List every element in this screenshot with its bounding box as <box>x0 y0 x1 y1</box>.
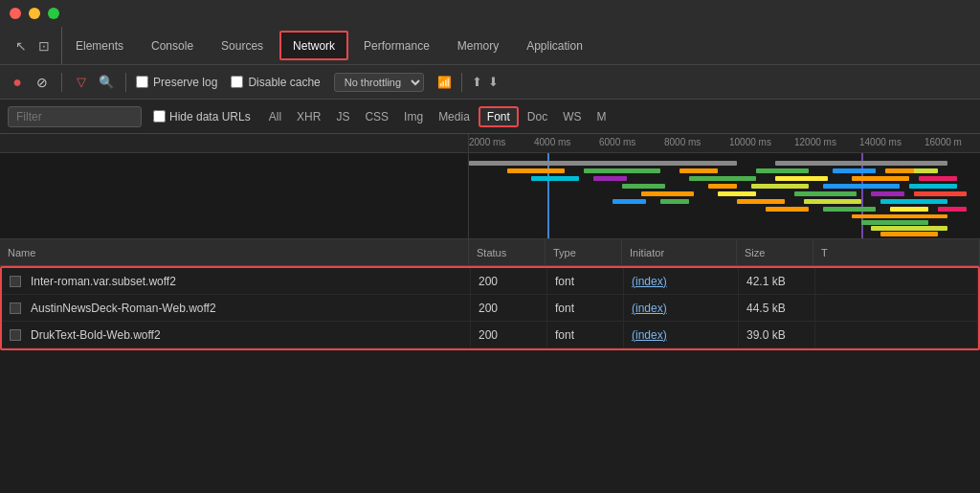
wf-bar-22 <box>641 191 694 196</box>
td-initiator-2[interactable]: (index) <box>624 295 739 321</box>
toolbar: ● ⊘ ▽ 🔍 Preserve log Disable cache No th… <box>0 65 980 100</box>
filter-font[interactable]: Font <box>479 106 519 127</box>
filter-ws[interactable]: WS <box>556 108 588 125</box>
wf-bar-27 <box>660 199 689 204</box>
tab-application[interactable]: Application <box>513 27 597 64</box>
wf-bar-30 <box>880 199 947 204</box>
traffic-light-yellow[interactable] <box>29 8 40 19</box>
td-size-3: 39.0 kB <box>739 322 815 347</box>
filter-bar: Hide data URLs All XHR JS CSS Img Media … <box>0 100 980 134</box>
waterfall-area <box>0 153 980 239</box>
filter-css[interactable]: CSS <box>358 108 395 125</box>
table-row[interactable]: AustinNewsDeck-Roman-Web.woff2 200 font … <box>2 295 978 322</box>
wf-bar-28 <box>737 199 785 204</box>
th-initiator: Initiator <box>622 239 737 265</box>
table-area: Name Status Type Initiator Size T Inter-… <box>0 239 980 350</box>
filter-img[interactable]: Img <box>397 108 430 125</box>
tick-16000: 16000 m <box>924 137 962 147</box>
wf-bar-8 <box>833 168 876 173</box>
tab-network[interactable]: Network <box>279 31 348 60</box>
wf-bar-7 <box>756 168 809 173</box>
wf-bar-32 <box>766 207 809 212</box>
th-type: Type <box>546 239 622 265</box>
tab-elements[interactable]: Elements <box>62 27 138 64</box>
wf-bar-10 <box>885 168 914 173</box>
wf-bar-33 <box>823 207 876 212</box>
download-icon[interactable]: ⬇ <box>488 75 499 89</box>
filter-input[interactable] <box>8 106 142 127</box>
filter-m[interactable]: M <box>590 108 613 125</box>
wf-bar-35 <box>938 207 967 212</box>
waterfall-left-spacer <box>0 153 469 238</box>
record-button[interactable]: ● <box>8 73 27 92</box>
tick-14000: 14000 ms <box>859 137 902 147</box>
tab-console[interactable]: Console <box>138 27 208 64</box>
disable-cache-label[interactable]: Disable cache <box>231 76 320 89</box>
td-name-3: DrukText-Bold-Web.woff2 <box>2 322 471 347</box>
tick-6000: 6000 ms <box>599 137 635 147</box>
td-size-2: 44.5 kB <box>739 295 815 321</box>
wf-bar-34 <box>890 207 928 212</box>
wf-bar-25 <box>871 191 904 196</box>
td-status-1: 200 <box>471 268 547 294</box>
wf-bar-4 <box>507 168 565 173</box>
td-initiator-3[interactable]: (index) <box>624 322 739 347</box>
traffic-light-red[interactable] <box>10 8 21 19</box>
wf-bar-13 <box>689 176 756 181</box>
row-checkbox-2[interactable] <box>10 303 21 314</box>
wf-bar-20 <box>823 184 900 189</box>
wf-bar-1 <box>469 161 737 166</box>
filter-buttons: All XHR JS CSS Img Media Font Doc WS M <box>262 106 613 127</box>
table-header: Name Status Type Initiator Size T <box>0 239 980 266</box>
filter-doc[interactable]: Doc <box>521 108 554 125</box>
timeline-ticks: 2000 ms 4000 ms 6000 ms 8000 ms 10000 ms… <box>469 134 980 152</box>
throttle-select[interactable]: No throttling <box>334 73 424 92</box>
td-status-3: 200 <box>471 322 547 347</box>
hide-data-urls-checkbox[interactable] <box>153 110 166 123</box>
cursor-icon[interactable]: ↖ <box>11 36 31 56</box>
traffic-light-green[interactable] <box>48 8 59 19</box>
table-row[interactable]: DrukText-Bold-Web.woff2 200 font (index)… <box>2 322 978 348</box>
td-time-2 <box>815 295 978 321</box>
th-status: Status <box>469 239 546 265</box>
wf-bar-5 <box>584 168 660 173</box>
clear-button[interactable]: ⊘ <box>33 73 52 92</box>
td-type-1: font <box>547 268 624 294</box>
tick-12000: 12000 ms <box>794 137 836 147</box>
wf-bar-15 <box>852 176 909 181</box>
rows-group: Inter-roman.var.subset.woff2 200 font (i… <box>0 266 980 350</box>
wf-bar-24 <box>794 191 857 196</box>
tab-performance[interactable]: Performance <box>350 27 444 64</box>
filter-media[interactable]: Media <box>432 108 477 125</box>
td-time-1 <box>815 268 978 294</box>
filter-js[interactable]: JS <box>329 108 356 125</box>
tab-sources[interactable]: Sources <box>208 27 278 64</box>
preserve-log-label[interactable]: Preserve log <box>136 76 217 89</box>
row-checkbox-1[interactable] <box>10 276 21 287</box>
filter-xhr[interactable]: XHR <box>290 108 327 125</box>
td-initiator-1[interactable]: (index) <box>624 268 739 294</box>
tick-4000: 4000 ms <box>534 137 570 147</box>
wf-bar-3 <box>842 161 900 166</box>
wf-bar-23 <box>718 191 756 196</box>
wf-bar-38 <box>871 226 947 231</box>
filter-all[interactable]: All <box>262 108 288 125</box>
device-icon[interactable]: ⊡ <box>34 36 54 56</box>
disable-cache-checkbox[interactable] <box>231 76 243 88</box>
hide-data-urls-label[interactable]: Hide data URLs <box>153 110 251 123</box>
tab-memory[interactable]: Memory <box>444 27 513 64</box>
wf-bar-6 <box>679 168 718 173</box>
wf-bar-21 <box>909 184 957 189</box>
vline-purple <box>861 153 863 238</box>
wf-bar-19 <box>751 184 809 189</box>
tab-bar-icons: ↖ ⊡ <box>4 27 62 64</box>
filter-icon[interactable]: ▽ <box>72 73 91 92</box>
upload-icon[interactable]: ⬆ <box>472 75 482 89</box>
search-icon[interactable]: 🔍 <box>97 73 116 92</box>
preserve-log-checkbox[interactable] <box>136 76 148 88</box>
wf-bar-36 <box>852 214 947 218</box>
row-checkbox-3[interactable] <box>10 329 21 341</box>
td-type-3: font <box>547 322 624 347</box>
table-row[interactable]: Inter-roman.var.subset.woff2 200 font (i… <box>2 268 978 295</box>
wf-bar-12 <box>593 176 627 181</box>
